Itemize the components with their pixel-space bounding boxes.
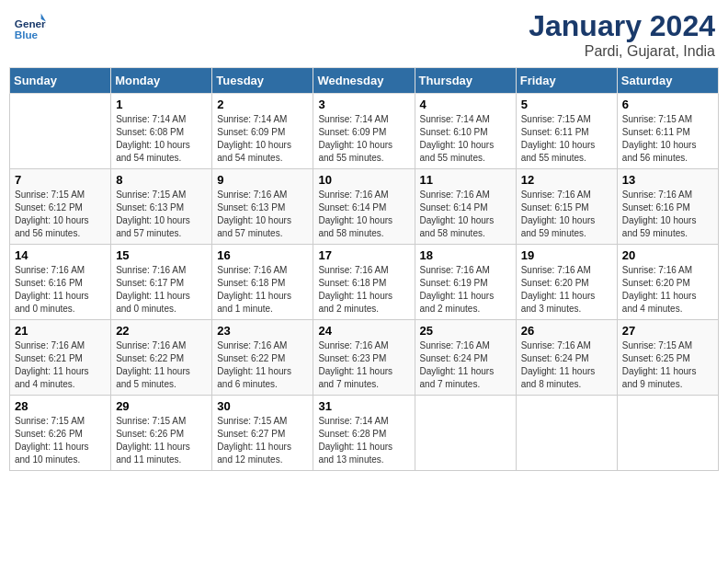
weekday-header-cell: Tuesday — [212, 68, 313, 94]
calendar-week-row: 21Sunrise: 7:16 AM Sunset: 6:21 PM Dayli… — [10, 320, 719, 396]
cell-info: Sunrise: 7:16 AM Sunset: 6:14 PM Dayligh… — [420, 189, 511, 240]
calendar-week-row: 28Sunrise: 7:15 AM Sunset: 6:26 PM Dayli… — [10, 396, 719, 471]
calendar-week-row: 14Sunrise: 7:16 AM Sunset: 6:16 PM Dayli… — [10, 245, 719, 320]
title-block: January 2024 Pardi, Gujarat, India — [529, 9, 715, 60]
calendar-cell: 1Sunrise: 7:14 AM Sunset: 6:08 PM Daylig… — [111, 94, 212, 169]
day-number: 13 — [622, 173, 713, 187]
weekday-header-cell: Wednesday — [313, 68, 415, 94]
page-header: General Blue January 2024 Pardi, Gujarat… — [9, 9, 719, 60]
calendar-cell: 4Sunrise: 7:14 AM Sunset: 6:10 PM Daylig… — [415, 94, 516, 169]
day-number: 26 — [521, 324, 612, 338]
day-number: 31 — [318, 399, 409, 413]
calendar-cell: 7Sunrise: 7:15 AM Sunset: 6:12 PM Daylig… — [10, 169, 111, 245]
calendar-cell: 5Sunrise: 7:15 AM Sunset: 6:11 PM Daylig… — [516, 94, 617, 169]
day-number: 29 — [116, 399, 207, 413]
calendar-cell: 14Sunrise: 7:16 AM Sunset: 6:16 PM Dayli… — [10, 245, 111, 320]
day-number: 20 — [622, 248, 713, 262]
calendar-cell — [10, 94, 111, 169]
day-number: 19 — [521, 248, 612, 262]
cell-info: Sunrise: 7:15 AM Sunset: 6:11 PM Dayligh… — [622, 113, 713, 165]
calendar-cell: 10Sunrise: 7:16 AM Sunset: 6:14 PM Dayli… — [313, 169, 415, 245]
day-number: 15 — [116, 248, 207, 262]
day-number: 25 — [420, 324, 511, 338]
logo: General Blue — [13, 9, 46, 42]
weekday-header-cell: Sunday — [10, 68, 111, 94]
day-number: 16 — [217, 248, 308, 262]
cell-info: Sunrise: 7:15 AM Sunset: 6:27 PM Dayligh… — [217, 415, 308, 466]
cell-info: Sunrise: 7:16 AM Sunset: 6:17 PM Dayligh… — [116, 264, 207, 316]
day-number: 9 — [217, 173, 308, 187]
cell-info: Sunrise: 7:16 AM Sunset: 6:14 PM Dayligh… — [318, 189, 409, 240]
calendar-cell: 15Sunrise: 7:16 AM Sunset: 6:17 PM Dayli… — [111, 245, 212, 320]
calendar-cell: 17Sunrise: 7:16 AM Sunset: 6:18 PM Dayli… — [313, 245, 415, 320]
day-number: 5 — [521, 98, 612, 111]
cell-info: Sunrise: 7:16 AM Sunset: 6:22 PM Dayligh… — [217, 339, 308, 391]
logo-icon: General Blue — [13, 9, 46, 42]
calendar-cell: 16Sunrise: 7:16 AM Sunset: 6:18 PM Dayli… — [212, 245, 313, 320]
cell-info: Sunrise: 7:16 AM Sunset: 6:20 PM Dayligh… — [622, 264, 713, 316]
calendar-cell: 21Sunrise: 7:16 AM Sunset: 6:21 PM Dayli… — [10, 320, 111, 396]
cell-info: Sunrise: 7:16 AM Sunset: 6:24 PM Dayligh… — [521, 339, 612, 391]
weekday-header-row: SundayMondayTuesdayWednesdayThursdayFrid… — [10, 68, 719, 94]
svg-text:Blue: Blue — [15, 29, 39, 40]
day-number: 18 — [420, 248, 511, 262]
cell-info: Sunrise: 7:16 AM Sunset: 6:13 PM Dayligh… — [217, 189, 308, 240]
calendar-cell: 25Sunrise: 7:16 AM Sunset: 6:24 PM Dayli… — [415, 320, 516, 396]
calendar-cell: 18Sunrise: 7:16 AM Sunset: 6:19 PM Dayli… — [415, 245, 516, 320]
cell-info: Sunrise: 7:16 AM Sunset: 6:16 PM Dayligh… — [15, 264, 106, 316]
calendar-cell: 26Sunrise: 7:16 AM Sunset: 6:24 PM Dayli… — [516, 320, 617, 396]
calendar-cell — [617, 396, 718, 471]
calendar-cell: 31Sunrise: 7:14 AM Sunset: 6:28 PM Dayli… — [313, 396, 415, 471]
cell-info: Sunrise: 7:14 AM Sunset: 6:09 PM Dayligh… — [217, 113, 308, 165]
calendar-cell: 12Sunrise: 7:16 AM Sunset: 6:15 PM Dayli… — [516, 169, 617, 245]
calendar-week-row: 1Sunrise: 7:14 AM Sunset: 6:08 PM Daylig… — [10, 94, 719, 169]
calendar-cell — [516, 396, 617, 471]
cell-info: Sunrise: 7:16 AM Sunset: 6:21 PM Dayligh… — [15, 339, 106, 391]
day-number: 1 — [116, 98, 207, 111]
day-number: 12 — [521, 173, 612, 187]
day-number: 10 — [318, 173, 409, 187]
day-number: 24 — [318, 324, 409, 338]
cell-info: Sunrise: 7:16 AM Sunset: 6:18 PM Dayligh… — [318, 264, 409, 316]
cell-info: Sunrise: 7:15 AM Sunset: 6:12 PM Dayligh… — [15, 189, 106, 240]
calendar-cell: 28Sunrise: 7:15 AM Sunset: 6:26 PM Dayli… — [10, 396, 111, 471]
location-title: Pardi, Gujarat, India — [529, 43, 715, 60]
calendar-cell: 20Sunrise: 7:16 AM Sunset: 6:20 PM Dayli… — [617, 245, 718, 320]
cell-info: Sunrise: 7:15 AM Sunset: 6:11 PM Dayligh… — [521, 113, 612, 165]
day-number: 3 — [318, 98, 409, 111]
calendar-cell: 24Sunrise: 7:16 AM Sunset: 6:23 PM Dayli… — [313, 320, 415, 396]
cell-info: Sunrise: 7:14 AM Sunset: 6:08 PM Dayligh… — [116, 113, 207, 165]
day-number: 4 — [420, 98, 511, 111]
day-number: 2 — [217, 98, 308, 111]
day-number: 17 — [318, 248, 409, 262]
calendar-cell: 3Sunrise: 7:14 AM Sunset: 6:09 PM Daylig… — [313, 94, 415, 169]
cell-info: Sunrise: 7:15 AM Sunset: 6:26 PM Dayligh… — [116, 415, 207, 466]
calendar-cell — [415, 396, 516, 471]
calendar-week-row: 7Sunrise: 7:15 AM Sunset: 6:12 PM Daylig… — [10, 169, 719, 245]
calendar-cell: 9Sunrise: 7:16 AM Sunset: 6:13 PM Daylig… — [212, 169, 313, 245]
month-title: January 2024 — [529, 9, 715, 43]
cell-info: Sunrise: 7:16 AM Sunset: 6:15 PM Dayligh… — [521, 189, 612, 240]
cell-info: Sunrise: 7:16 AM Sunset: 6:18 PM Dayligh… — [217, 264, 308, 316]
calendar-cell: 29Sunrise: 7:15 AM Sunset: 6:26 PM Dayli… — [111, 396, 212, 471]
cell-info: Sunrise: 7:15 AM Sunset: 6:13 PM Dayligh… — [116, 189, 207, 240]
calendar-table: SundayMondayTuesdayWednesdayThursdayFrid… — [9, 67, 719, 471]
day-number: 6 — [622, 98, 713, 111]
calendar-cell: 27Sunrise: 7:15 AM Sunset: 6:25 PM Dayli… — [617, 320, 718, 396]
day-number: 14 — [15, 248, 106, 262]
weekday-header-cell: Monday — [111, 68, 212, 94]
cell-info: Sunrise: 7:16 AM Sunset: 6:23 PM Dayligh… — [318, 339, 409, 391]
cell-info: Sunrise: 7:14 AM Sunset: 6:10 PM Dayligh… — [420, 113, 511, 165]
cell-info: Sunrise: 7:15 AM Sunset: 6:26 PM Dayligh… — [15, 415, 106, 466]
calendar-cell: 8Sunrise: 7:15 AM Sunset: 6:13 PM Daylig… — [111, 169, 212, 245]
day-number: 7 — [15, 173, 106, 187]
cell-info: Sunrise: 7:15 AM Sunset: 6:25 PM Dayligh… — [622, 339, 713, 391]
calendar-cell: 19Sunrise: 7:16 AM Sunset: 6:20 PM Dayli… — [516, 245, 617, 320]
calendar-body: 1Sunrise: 7:14 AM Sunset: 6:08 PM Daylig… — [10, 94, 719, 471]
cell-info: Sunrise: 7:16 AM Sunset: 6:19 PM Dayligh… — [420, 264, 511, 316]
day-number: 23 — [217, 324, 308, 338]
weekday-header-cell: Thursday — [415, 68, 516, 94]
cell-info: Sunrise: 7:16 AM Sunset: 6:20 PM Dayligh… — [521, 264, 612, 316]
weekday-header-cell: Saturday — [617, 68, 718, 94]
weekday-header-cell: Friday — [516, 68, 617, 94]
